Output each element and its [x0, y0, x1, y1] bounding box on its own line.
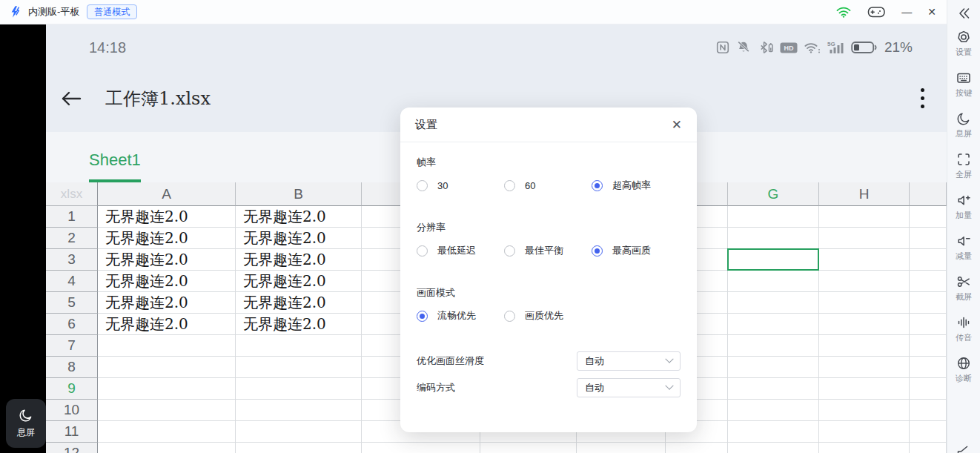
spreadsheet-cell[interactable]	[819, 400, 910, 421]
row-header[interactable]: 9	[46, 378, 98, 400]
spreadsheet-cell[interactable]	[728, 443, 819, 453]
radio-option[interactable]: 画质优先	[504, 309, 592, 323]
spreadsheet-cell[interactable]	[98, 357, 236, 378]
spreadsheet-cell[interactable]: 无界趣连2.0	[98, 271, 236, 292]
close-button[interactable]: ✕	[927, 7, 936, 17]
spreadsheet-cell[interactable]	[910, 314, 947, 335]
radio-option[interactable]: 最高画质	[592, 244, 679, 257]
spreadsheet-cell[interactable]	[236, 400, 362, 421]
row-header[interactable]: 6	[46, 314, 98, 335]
row-header[interactable]: 2	[46, 228, 98, 249]
column-header[interactable]: A	[98, 182, 236, 206]
spreadsheet-cell[interactable]: 无界趣连2.0	[236, 271, 362, 292]
spreadsheet-cell[interactable]	[819, 292, 910, 314]
column-header[interactable]	[910, 182, 947, 206]
spreadsheet-cell[interactable]	[819, 271, 910, 292]
row-header[interactable]: 8	[46, 357, 98, 378]
back-arrow-icon[interactable]	[59, 89, 83, 108]
spreadsheet-cell[interactable]	[362, 443, 480, 453]
spreadsheet-cell[interactable]	[728, 292, 819, 314]
spreadsheet-cell[interactable]	[577, 443, 666, 453]
spreadsheet-cell[interactable]: 无界趣连2.0	[98, 228, 236, 249]
spreadsheet-cell[interactable]	[728, 206, 819, 228]
spreadsheet-cell[interactable]: 无界趣连2.0	[236, 292, 362, 314]
spreadsheet-cell[interactable]	[728, 314, 819, 335]
spreadsheet-cell[interactable]	[728, 378, 819, 400]
row-header[interactable]: 10	[46, 400, 98, 421]
spreadsheet-cell[interactable]	[666, 443, 728, 453]
row-header[interactable]: 12	[46, 443, 98, 453]
spreadsheet-cell[interactable]	[819, 206, 910, 228]
spreadsheet-cell[interactable]: 无界趣连2.0	[236, 228, 362, 249]
spreadsheet-cell[interactable]	[819, 357, 910, 378]
spreadsheet-cell[interactable]	[98, 335, 236, 357]
spreadsheet-cell[interactable]: 无界趣连2.0	[98, 314, 236, 335]
spreadsheet-cell[interactable]	[98, 400, 236, 421]
dropdown-select[interactable]: 自动	[577, 351, 681, 371]
row-header[interactable]: 3	[46, 249, 98, 271]
spreadsheet-cell[interactable]: 无界趣连2.0	[98, 292, 236, 314]
spreadsheet-cell[interactable]	[728, 228, 819, 249]
spreadsheet-cell[interactable]	[910, 249, 947, 271]
spreadsheet-cell[interactable]	[910, 443, 947, 453]
spreadsheet-cell[interactable]	[819, 378, 910, 400]
sidebar-item-volume-up[interactable]: 加量	[956, 193, 972, 221]
spreadsheet-cell[interactable]: 无界趣连2.0	[236, 249, 362, 271]
spreadsheet-cell[interactable]	[819, 421, 910, 443]
spreadsheet-cell[interactable]	[236, 378, 362, 400]
spreadsheet-cell[interactable]	[910, 271, 947, 292]
dropdown-select[interactable]: 自动	[577, 378, 681, 397]
gamepad-icon[interactable]	[867, 5, 886, 19]
spreadsheet-cell[interactable]: 无界趣连2.0	[98, 249, 236, 271]
radio-option[interactable]: 最佳平衡	[504, 244, 592, 257]
sidebar-item-volume-down[interactable]: 减量	[956, 234, 972, 262]
more-menu-icon[interactable]	[921, 88, 924, 108]
sidebar-item-keys[interactable]: 按键	[956, 70, 972, 99]
minimize-button[interactable]: —	[901, 7, 912, 17]
spreadsheet-cell[interactable]	[819, 335, 910, 357]
row-header[interactable]: 5	[46, 292, 98, 314]
radio-option[interactable]: 流畅优先	[417, 309, 504, 323]
spreadsheet-cell[interactable]	[728, 357, 819, 378]
corner-cell[interactable]: xlsx	[46, 182, 98, 206]
tab-sheet1[interactable]: Sheet1	[89, 151, 141, 182]
sidebar-item-screen-off[interactable]: 息屏	[956, 111, 972, 139]
spreadsheet-cell[interactable]	[910, 335, 947, 357]
spreadsheet-cell[interactable]	[728, 271, 819, 292]
spreadsheet-cell[interactable]	[236, 335, 362, 357]
column-header[interactable]: G	[728, 182, 819, 206]
spreadsheet-cell[interactable]	[819, 314, 910, 335]
radio-option[interactable]: 超高帧率	[592, 179, 679, 192]
column-header[interactable]: H	[819, 182, 910, 206]
dialog-close-icon[interactable]: ✕	[672, 117, 682, 133]
spreadsheet-cell[interactable]	[819, 228, 910, 249]
spreadsheet-cell[interactable]	[910, 228, 947, 249]
row-header[interactable]: 11	[46, 421, 98, 443]
spreadsheet-cell[interactable]	[236, 357, 362, 378]
spreadsheet-cell[interactable]	[728, 400, 819, 421]
spreadsheet-cell[interactable]: 无界趣连2.0	[236, 314, 362, 335]
spreadsheet-cell[interactable]	[819, 443, 910, 453]
sidebar-item-screenshot[interactable]: 截屏	[956, 274, 972, 302]
spreadsheet-cell[interactable]	[910, 206, 947, 228]
spreadsheet-cell[interactable]	[728, 335, 819, 357]
row-header[interactable]: 7	[46, 335, 98, 357]
sidebar-item-diagnosis[interactable]: 诊断	[956, 356, 972, 384]
sidebar-item-fullscreen[interactable]: 全屏	[956, 152, 972, 180]
radio-option[interactable]: 30	[417, 179, 504, 192]
row-header[interactable]: 4	[46, 271, 98, 292]
spreadsheet-cell[interactable]: 无界趣连2.0	[236, 206, 362, 228]
screen-off-button[interactable]: 息屏	[6, 399, 46, 448]
column-header[interactable]: B	[236, 182, 362, 206]
spreadsheet-cell[interactable]	[910, 400, 947, 421]
radio-option[interactable]: 60	[504, 179, 592, 192]
spreadsheet-cell[interactable]	[910, 421, 947, 443]
sidebar-item-audio[interactable]: 传音	[956, 315, 972, 343]
spreadsheet-cell[interactable]	[910, 292, 947, 314]
spreadsheet-cell[interactable]	[98, 421, 236, 443]
sidebar-item-settings[interactable]: 设置	[956, 30, 972, 58]
radio-option[interactable]: 最低延迟	[417, 244, 504, 257]
mode-badge[interactable]: 普通模式	[87, 4, 137, 19]
spreadsheet-cell[interactable]	[480, 443, 577, 453]
spreadsheet-cell[interactable]	[98, 443, 236, 453]
